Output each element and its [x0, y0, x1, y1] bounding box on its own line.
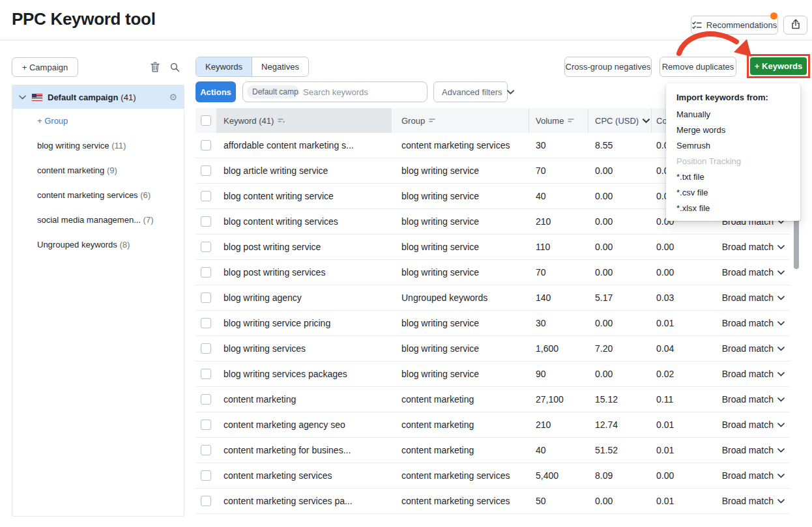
- volume-cell: 140: [529, 292, 588, 303]
- recommendations-label: Recommendations: [706, 20, 777, 30]
- import-menu-item[interactable]: *.csv file: [666, 184, 800, 200]
- export-button[interactable]: [783, 16, 807, 35]
- chevron-down-icon: [777, 296, 785, 300]
- chevron-down-icon[interactable]: [19, 95, 26, 100]
- table-row: blog post writing servicesblog writing s…: [196, 260, 790, 285]
- keyword-cell: blog writing services: [216, 343, 392, 354]
- match-type-dropdown[interactable]: Broad match: [707, 267, 790, 278]
- match-type-dropdown[interactable]: Broad match: [707, 292, 790, 303]
- add-group-link[interactable]: + Group: [37, 116, 68, 126]
- row-checkbox-cell: [196, 318, 216, 328]
- group-cell: blog writing service: [392, 165, 529, 176]
- remove-duplicates-button[interactable]: Remove duplicates: [660, 57, 736, 77]
- row-checkbox[interactable]: [201, 140, 211, 150]
- column-header-keyword[interactable]: Keyword (41): [216, 108, 392, 133]
- campaign-name: Default campaign: [48, 93, 118, 102]
- cpc-header-label: CPC (USD): [595, 116, 639, 126]
- select-all-checkbox[interactable]: [201, 115, 211, 126]
- sort-icon[interactable]: [568, 118, 574, 123]
- advanced-filters-button[interactable]: Advanced filters: [433, 81, 508, 102]
- sidebar-group-item[interactable]: content marketing services (6): [37, 190, 177, 203]
- cross-group-negatives-button[interactable]: Cross-group negatives: [564, 57, 652, 77]
- row-checkbox[interactable]: [201, 267, 211, 278]
- volume-header-label: Volume: [536, 116, 564, 126]
- sort-icon[interactable]: [429, 118, 435, 123]
- match-type-dropdown[interactable]: Broad match: [707, 343, 790, 354]
- chevron-down-icon: [777, 423, 785, 427]
- match-type-label: Broad match: [722, 420, 774, 430]
- row-checkbox[interactable]: [201, 470, 211, 481]
- competition-cell: 0.00: [652, 470, 707, 481]
- cpc-cell: 0.00: [588, 165, 652, 176]
- row-checkbox[interactable]: [201, 165, 211, 176]
- cpc-cell: 12.74: [588, 420, 652, 430]
- add-keywords-button[interactable]: + Keywords: [750, 57, 807, 75]
- campaign-filter-chip[interactable]: Default campa: [247, 85, 299, 98]
- column-header-volume[interactable]: Volume: [529, 108, 588, 133]
- match-type-dropdown[interactable]: Broad match: [707, 242, 790, 252]
- row-checkbox[interactable]: [201, 343, 211, 354]
- group-cell: content marketing: [392, 420, 529, 430]
- add-campaign-button[interactable]: + Campaign: [12, 57, 78, 77]
- import-menu-item[interactable]: *.xlsx file: [666, 200, 800, 216]
- import-menu-title: Import keywords from:: [666, 89, 800, 106]
- import-menu-item[interactable]: Semrush: [666, 137, 800, 153]
- sidebar-group-item[interactable]: Ungrouped keywords (8): [37, 240, 177, 253]
- vertical-scrollbar[interactable]: [794, 213, 799, 269]
- tab-keywords[interactable]: Keywords: [196, 57, 252, 76]
- group-cell: blog writing service: [392, 191, 529, 201]
- row-checkbox[interactable]: [201, 496, 211, 506]
- actions-button[interactable]: Actions: [196, 81, 236, 102]
- row-checkbox[interactable]: [201, 292, 211, 303]
- chevron-down-icon: [777, 347, 785, 351]
- match-type-dropdown[interactable]: Broad match: [707, 369, 790, 379]
- group-count: (8): [119, 240, 130, 249]
- row-checkbox[interactable]: [201, 445, 211, 455]
- import-menu-item[interactable]: Merge words: [666, 122, 800, 137]
- volume-cell: 70: [529, 267, 588, 278]
- row-checkbox[interactable]: [201, 318, 211, 328]
- sort-icon[interactable]: [278, 118, 285, 124]
- column-header-cpc[interactable]: CPC (USD): [588, 108, 652, 133]
- sidebar-group-item[interactable]: content marketing (9): [37, 165, 177, 178]
- campaign-row-selected[interactable]: Default campaign (41) ⚙: [12, 85, 184, 109]
- column-header-group[interactable]: Group: [392, 108, 529, 133]
- row-checkbox[interactable]: [201, 216, 211, 227]
- match-type-dropdown[interactable]: Broad match: [707, 420, 790, 430]
- search-icon[interactable]: [168, 61, 181, 74]
- match-type-dropdown[interactable]: Broad match: [707, 445, 790, 455]
- match-type-dropdown[interactable]: Broad match: [707, 394, 790, 405]
- row-checkbox[interactable]: [201, 420, 211, 430]
- search-keywords-input[interactable]: [303, 87, 420, 97]
- match-type-label: Broad match: [722, 394, 774, 405]
- row-checkbox[interactable]: [201, 394, 211, 405]
- row-checkbox[interactable]: [201, 242, 211, 252]
- row-checkbox[interactable]: [201, 191, 211, 201]
- sidebar-group-item[interactable]: blog writing service (11): [37, 141, 177, 154]
- table-row: content marketing servicescontent market…: [196, 463, 790, 489]
- trash-icon[interactable]: [149, 61, 162, 74]
- match-type-dropdown[interactable]: Broad match: [707, 318, 790, 328]
- row-checkbox-cell: [196, 445, 216, 455]
- cpc-cell: 8.55: [588, 140, 652, 150]
- competition-cell: 0.00: [652, 267, 707, 278]
- gear-icon[interactable]: ⚙: [169, 93, 177, 102]
- row-checkbox-cell: [196, 394, 216, 405]
- import-menu-item[interactable]: Manually: [666, 106, 800, 122]
- chevron-down-icon: [777, 270, 785, 275]
- competition-cell: 0.02: [652, 369, 707, 379]
- match-type-dropdown[interactable]: Broad match: [707, 470, 790, 481]
- tab-negatives[interactable]: Negatives: [252, 57, 308, 76]
- match-type-dropdown[interactable]: Broad match: [707, 496, 790, 506]
- chevron-down-icon: [507, 90, 514, 94]
- chevron-down-icon: [777, 499, 785, 504]
- group-label: blog writing service: [37, 141, 111, 150]
- sidebar-group-item[interactable]: social media managemen... (7): [37, 215, 177, 228]
- row-checkbox[interactable]: [201, 369, 211, 379]
- keyword-cell: content marketing for busines...: [216, 445, 392, 455]
- recommendations-button[interactable]: Recommendations: [691, 16, 778, 35]
- group-count: (9): [107, 165, 117, 175]
- import-menu-item[interactable]: *.txt file: [666, 169, 800, 184]
- campaign-tree-panel: Default campaign (41) ⚙ + Group blog wri…: [12, 85, 184, 517]
- group-header-label: Group: [401, 116, 425, 126]
